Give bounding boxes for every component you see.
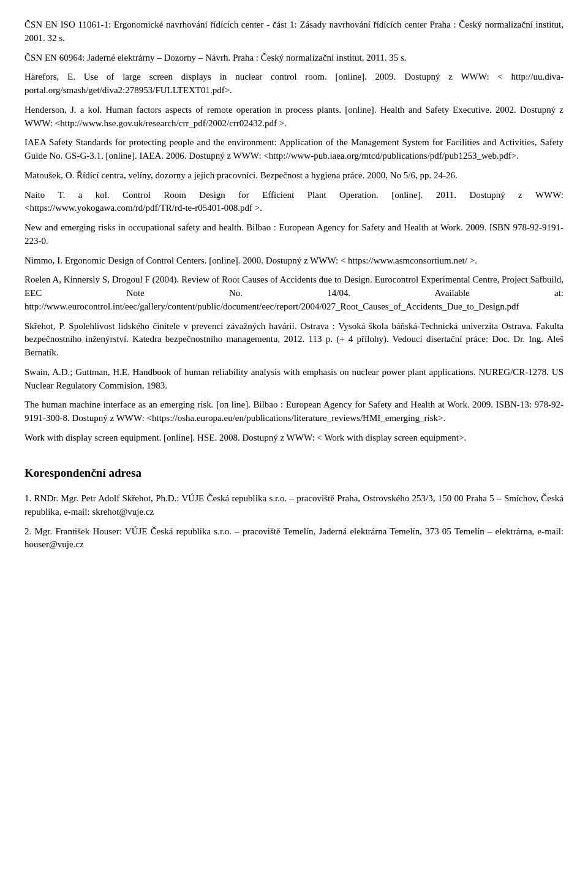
reference-text: ČSN EN 60964: Jaderné elektrárny – Dozor… bbox=[24, 53, 407, 63]
reference-item: Henderson, J. a kol. Human factors aspec… bbox=[24, 104, 564, 131]
section-heading-correspondence: Korespondenční adresa bbox=[24, 465, 564, 482]
reference-item: Skřehot, P. Spolehlivost lidského činite… bbox=[24, 320, 564, 360]
reference-item: ČSN EN ISO 11061-1: Ergonomické navrhová… bbox=[24, 18, 564, 45]
reference-text: IAEA Safety Standards for protecting peo… bbox=[24, 137, 564, 161]
reference-item: Roelen A, Kinnersly S, Drogoul F (2004).… bbox=[24, 273, 564, 313]
reference-item: Nimmo, I. Ergonomic Design of Control Ce… bbox=[24, 254, 564, 268]
reference-item: Work with display screen equipment. [onl… bbox=[24, 431, 564, 445]
contacts-section: 1. RNDr. Mgr. Petr Adolf Skřehot, Ph.D.:… bbox=[24, 492, 564, 552]
reference-text: New and emerging risks in occupational s… bbox=[24, 222, 564, 246]
reference-text: Work with display screen equipment. [onl… bbox=[24, 433, 466, 442]
reference-text: ČSN EN ISO 11061-1: Ergonomické navrhová… bbox=[24, 20, 564, 43]
reference-text: Naito T. a kol. Control Room Design for … bbox=[24, 190, 564, 213]
reference-text: Härefors, E. Use of large screen display… bbox=[24, 72, 564, 95]
contact-text: 1. RNDr. Mgr. Petr Adolf Skřehot, Ph.D.:… bbox=[24, 493, 564, 517]
reference-item: ČSN EN 60964: Jaderné elektrárny – Dozor… bbox=[24, 51, 564, 65]
reference-text: The human machine interface as an emergi… bbox=[24, 400, 564, 423]
reference-text: Roelen A, Kinnersly S, Drogoul F (2004).… bbox=[24, 275, 564, 311]
reference-item: The human machine interface as an emergi… bbox=[24, 398, 564, 425]
reference-item: New and emerging risks in occupational s… bbox=[24, 221, 564, 248]
contact-item: 1. RNDr. Mgr. Petr Adolf Skřehot, Ph.D.:… bbox=[24, 492, 564, 519]
reference-text: Henderson, J. a kol. Human factors aspec… bbox=[24, 105, 564, 128]
reference-item: Naito T. a kol. Control Room Design for … bbox=[24, 189, 564, 216]
reference-text: Skřehot, P. Spolehlivost lidského činite… bbox=[24, 321, 564, 358]
contact-text: 2. Mgr. František Houser: VÚJE Česká rep… bbox=[24, 526, 564, 550]
references-section: ČSN EN ISO 11061-1: Ergonomické navrhová… bbox=[24, 18, 564, 445]
reference-item: Matoušek, O. Řídící centra, velíny, dozo… bbox=[24, 169, 564, 183]
reference-text: Swain, A.D.; Guttman, H.E. Handbook of h… bbox=[24, 367, 564, 390]
contact-item: 2. Mgr. František Houser: VÚJE Česká rep… bbox=[24, 525, 564, 552]
reference-text: Nimmo, I. Ergonomic Design of Control Ce… bbox=[24, 256, 477, 265]
reference-text: Matoušek, O. Řídící centra, velíny, dozo… bbox=[24, 170, 458, 180]
reference-item: Swain, A.D.; Guttman, H.E. Handbook of h… bbox=[24, 366, 564, 393]
reference-item: IAEA Safety Standards for protecting peo… bbox=[24, 136, 564, 163]
reference-item: Härefors, E. Use of large screen display… bbox=[24, 70, 564, 97]
